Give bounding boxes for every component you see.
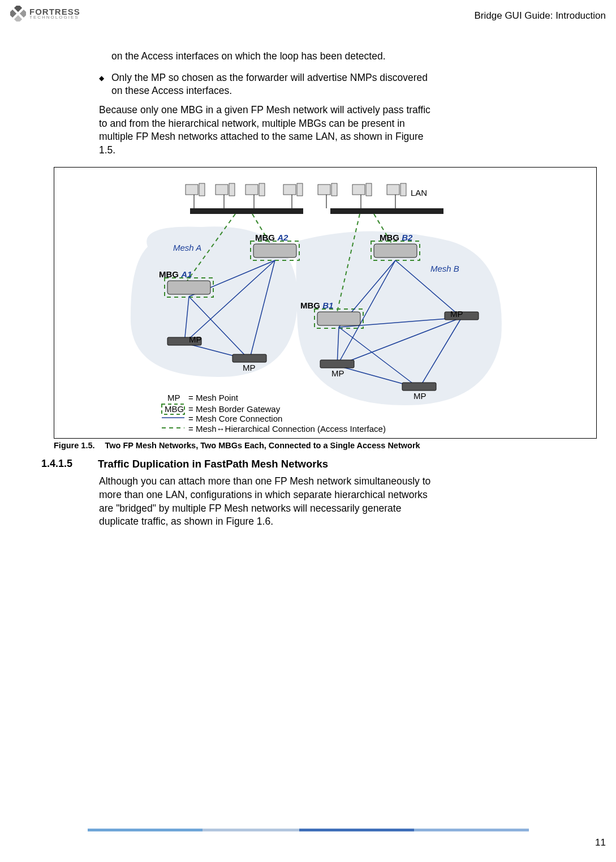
- mbg-a2-label: MBG A2: [255, 233, 288, 242]
- svg-rect-1: [20, 10, 26, 18]
- svg-rect-19: [400, 183, 406, 196]
- footer-stripe: [88, 829, 529, 831]
- section-heading: 1.4.1.5 Traffic Duplication in FastPath …: [99, 458, 436, 470]
- computer-icon: [186, 183, 406, 196]
- svg-rect-52: [317, 312, 360, 325]
- bullet-icon: ◆: [99, 71, 105, 98]
- svg-rect-5: [330, 208, 443, 214]
- legend-mp-label: MP: [167, 393, 180, 402]
- mbg-a1-label: MBG A1: [159, 269, 192, 279]
- svg-rect-17: [366, 183, 372, 196]
- svg-rect-55: [232, 354, 266, 362]
- svg-rect-56: [320, 360, 354, 368]
- section-breadcrumb: Bridge GUI Guide: Introduction: [475, 6, 606, 22]
- figure-caption: Figure 1.5. Two FP Mesh Networks, Two MB…: [54, 441, 436, 450]
- figure-number: Figure 1.5.: [54, 441, 95, 450]
- body-content: on the Access interfaces on which the lo…: [0, 50, 436, 529]
- section-number: 1.4.1.5: [41, 458, 82, 470]
- paragraph: Because only one MBG in a given FP Mesh …: [99, 104, 436, 157]
- svg-rect-11: [259, 183, 265, 196]
- figure-1-5: LAN Mesh A Mesh B MBG A1 MBG A2 MBG B1 M…: [54, 167, 597, 439]
- legend-mbg-text: = Mesh Border Gateway: [188, 404, 280, 414]
- logo-icon: [10, 6, 26, 22]
- page-number: 11: [595, 837, 606, 848]
- svg-rect-57: [402, 383, 436, 391]
- svg-rect-53: [374, 244, 417, 258]
- svg-rect-13: [297, 183, 303, 196]
- lan-label: LAN: [411, 188, 427, 198]
- mbg-b1-label: MBG B1: [300, 301, 333, 310]
- mp-label-2: MP: [243, 363, 256, 372]
- svg-rect-10: [245, 185, 258, 195]
- mp-label-4: MP: [413, 391, 427, 401]
- svg-rect-12: [283, 185, 296, 195]
- section-paragraph: Although you can attach more than one FP…: [99, 475, 436, 529]
- brand-logo: FORTRESS TECHNOLOGIES: [10, 6, 80, 22]
- svg-rect-7: [199, 183, 205, 196]
- svg-rect-6: [186, 185, 198, 195]
- mp-label-5: MP: [450, 309, 463, 319]
- svg-rect-15: [331, 183, 337, 196]
- legend-mp-text: = Mesh Point: [188, 393, 238, 402]
- legend-mbg-label: MBG: [165, 404, 184, 414]
- legend-hier-text: = Mesh↔Hierarchical Connection (Access I…: [188, 424, 386, 434]
- svg-rect-18: [387, 185, 399, 195]
- svg-rect-51: [253, 244, 296, 258]
- svg-rect-2: [10, 10, 16, 18]
- svg-rect-3: [14, 15, 22, 22]
- paragraph-continuation: on the Access interfaces on which the lo…: [99, 50, 436, 63]
- page-header: FORTRESS TECHNOLOGIES Bridge GUI Guide: …: [0, 0, 616, 22]
- svg-rect-0: [14, 6, 22, 12]
- section-title: Traffic Duplication in FastPath Mesh Net…: [98, 458, 328, 470]
- svg-rect-9: [229, 183, 235, 196]
- bullet-item: ◆ Only the MP so chosen as the forwarder…: [99, 71, 436, 98]
- svg-rect-8: [216, 185, 228, 195]
- mbg-b2-label: MBG B2: [380, 233, 412, 242]
- bullet-text: Only the MP so chosen as the forwarder w…: [111, 71, 436, 98]
- mesh-a-label: Mesh A: [173, 243, 201, 252]
- mp-label-1: MP: [189, 334, 202, 344]
- mesh-b-label: Mesh B: [430, 264, 459, 273]
- logo-text-line1: FORTRESS: [29, 8, 80, 16]
- mp-label-3: MP: [331, 368, 344, 378]
- svg-rect-50: [167, 281, 210, 294]
- svg-rect-14: [318, 185, 330, 195]
- svg-rect-4: [190, 208, 303, 214]
- svg-rect-16: [352, 185, 365, 195]
- logo-text-line2: TECHNOLOGIES: [29, 15, 80, 19]
- legend-core-text: = Mesh Core Connection: [188, 414, 282, 423]
- figure-caption-text: Two FP Mesh Networks, Two MBGs Each, Con…: [105, 441, 420, 450]
